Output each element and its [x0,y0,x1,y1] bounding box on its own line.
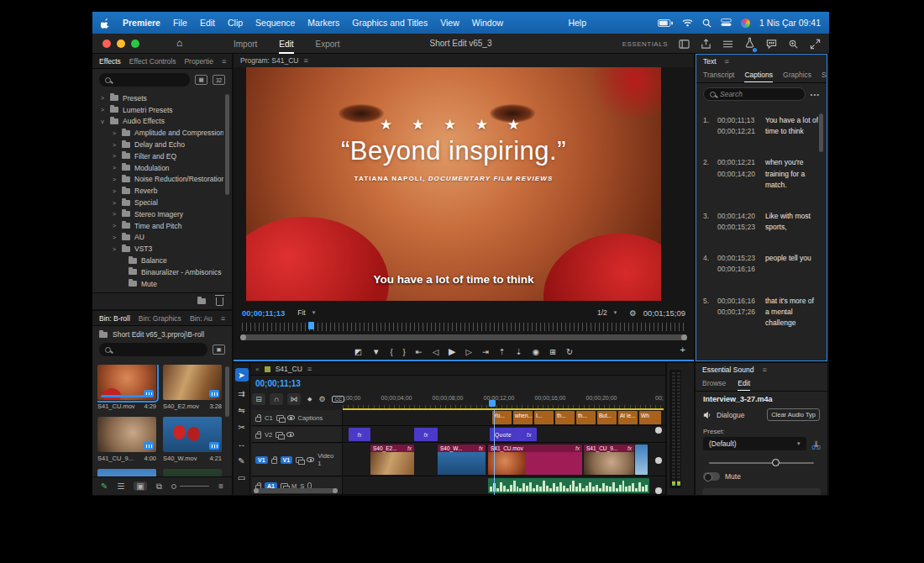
menu-item[interactable]: Clip [228,18,243,28]
timeline-vertical-scrollbar[interactable] [655,427,662,494]
step-back-icon[interactable]: ◁ [433,347,438,356]
track-target-v1[interactable]: V1 [281,456,293,464]
program-playhead[interactable] [308,322,314,329]
effects-tree-row[interactable]: Binauralizer - Ambisonics [96,266,223,278]
thumbnail-size-slider[interactable] [171,484,209,489]
caption-list-item[interactable]: 1. 00;00;11;1300;00;12;21 You have a lot… [703,115,818,137]
program-mini-timeline[interactable] [242,323,685,331]
edit-metadata-icon[interactable]: ✎ [101,481,108,491]
workspace-label[interactable]: ESSENTIALS [622,40,668,48]
lock-icon[interactable] [271,459,277,464]
bin-tab[interactable]: Bin: Graphics [139,314,181,323]
preset-dropdown[interactable]: (Default)▾ [703,437,806,450]
menu-item[interactable]: Window [472,18,503,28]
menu-bar-clock[interactable]: 1 Nis Çar 09:41 [759,18,821,28]
effects-tree-row[interactable]: Mute [96,278,223,290]
tree-arrow-icon[interactable]: > [111,211,118,217]
effects-tree-row[interactable]: > Time and Pitch [96,220,223,232]
zoom-level-dropdown[interactable]: Fit▾ [291,307,321,319]
fullscreen-icon[interactable] [810,39,821,50]
caption-text[interactable]: Like with most sports, [765,211,818,233]
essential-sound-title[interactable]: Essential Sound [702,366,753,374]
captions-search-input[interactable] [703,87,806,101]
audio-clip[interactable] [488,478,649,493]
effects-tree-row[interactable]: > Amplitude and Compression [96,127,223,139]
thumbnail-view-icon[interactable]: ▣ [134,481,146,491]
bit-depth-filter-icon[interactable]: 32 [213,75,225,85]
quick-search-icon[interactable] [788,39,799,50]
clip-thumbnail[interactable] [97,365,156,400]
clip-thumbnail[interactable] [97,417,156,452]
feedback-chat-icon[interactable] [766,39,777,50]
effects-tree-row[interactable]: > Reverb [96,185,223,197]
multi-camera-icon[interactable]: ⊞ [549,347,556,356]
menu-item[interactable]: View [440,18,459,28]
list-stack-icon[interactable] [722,39,733,50]
caption-timecodes[interactable]: 00;00;15;2300;00;16;16 [717,253,759,275]
header-nav-item[interactable]: Import [234,39,257,49]
beta-feedback-icon[interactable] [744,36,755,51]
menu-item[interactable]: File [173,18,187,28]
selection-tool[interactable]: ➤ [235,368,249,381]
panel-menu-icon[interactable]: ≡ [221,314,225,323]
text-panel-title[interactable]: Text [703,57,717,66]
video-clip[interactable]: S41_CU_9...fx [584,445,634,475]
pen-tool[interactable]: ✎ [238,456,244,466]
share-export-icon[interactable] [701,39,711,50]
tree-arrow-icon[interactable]: v [99,118,106,124]
caption-list-item[interactable]: 5. 00;00;16;1600;00;17;26 that it's more… [703,296,818,329]
panel-menu-icon[interactable]: ≡ [222,57,226,66]
tree-arrow-icon[interactable]: > [111,188,118,194]
export-frame-icon[interactable]: ◉ [533,347,539,356]
caption-text[interactable]: people tell you [765,253,818,275]
button-editor-icon[interactable]: + [680,345,685,355]
effects-tree-row[interactable]: Balance [96,255,223,266]
header-nav-item[interactable]: Edit [279,34,293,54]
razor-tool[interactable]: ✂ [238,423,244,432]
timeline-settings-icon[interactable]: ⚙ [318,395,325,403]
spotlight-search-icon[interactable] [702,18,711,28]
clip-thumbnail[interactable] [97,469,156,476]
system-status-icon[interactable] [721,18,732,27]
text-subtab[interactable]: Graphics [783,68,811,83]
menu-item[interactable]: Edit [200,18,215,28]
program-video-frame[interactable]: ★ ★ ★ ★ ★ “Beyond inspiring.” TATIANA NA… [246,67,661,301]
effects-tree-row[interactable]: > Delay and Echo [96,139,223,150]
linked-selection-icon[interactable]: ⋈ [287,393,301,405]
S41_CU.mov[interactable]: S41_CU.mov 4:29 [97,365,156,410]
effects-tree-row[interactable]: > Filter and EQ [96,150,223,162]
comparison-view-icon[interactable]: ◩ [354,347,362,356]
caption-list-item[interactable]: 2. 00;00;12;2100;00;14;20 when you're tr… [703,157,818,191]
tree-arrow-icon[interactable]: > [111,234,118,240]
program-monitor-title[interactable]: Program: S41_CU [240,56,298,65]
clip-thumbnail[interactable] [163,469,222,476]
bin-tab[interactable]: Bin: Au [190,314,213,323]
effects-scrollbar[interactable] [225,94,229,195]
playhead-handle[interactable] [489,400,496,407]
caption-clip[interactable]: Wh [639,411,661,424]
caption-track-header[interactable]: C1 Captions [252,410,343,425]
track-visibility-icon[interactable] [307,457,314,462]
caption-list-item[interactable]: 3. 00;00;14;2000;00;15;23 Like with most… [703,211,818,233]
freeform-view-icon[interactable]: ⧉ [156,481,162,492]
video-clip[interactable]: S40_E2...fx [370,445,414,475]
clip-thumbnail[interactable] [163,417,222,452]
caption-clip[interactable]: th... [576,411,596,424]
caption-text[interactable]: when you're training for a match. [765,157,818,191]
add-marker-icon[interactable]: ▼ [372,347,380,356]
track-visibility-icon[interactable] [287,415,295,420]
mark-out-icon[interactable]: } [403,347,406,356]
effects-search-input[interactable] [99,73,190,87]
bin-clip-item[interactable] [163,469,222,476]
add-marker-icon[interactable]: ◆ [307,396,312,403]
panel-menu-icon[interactable]: ≡ [725,57,729,66]
caption-clip[interactable]: At le... [618,411,638,424]
panel-menu-icon[interactable]: ≡ [762,366,766,374]
bin-path[interactable]: Short Edit v65_3.prproj\B-roll [113,330,204,339]
graphic-clip[interactable]: fx [414,428,438,441]
list-view-icon[interactable]: ☰ [117,481,124,491]
effects-tree-row[interactable]: > Noise Reduction/Restoration [96,174,223,186]
apple-logo-icon[interactable] [101,18,110,29]
bin-tab[interactable]: Bin: B-roll [99,314,130,323]
bin-scrollbar[interactable] [225,366,229,417]
